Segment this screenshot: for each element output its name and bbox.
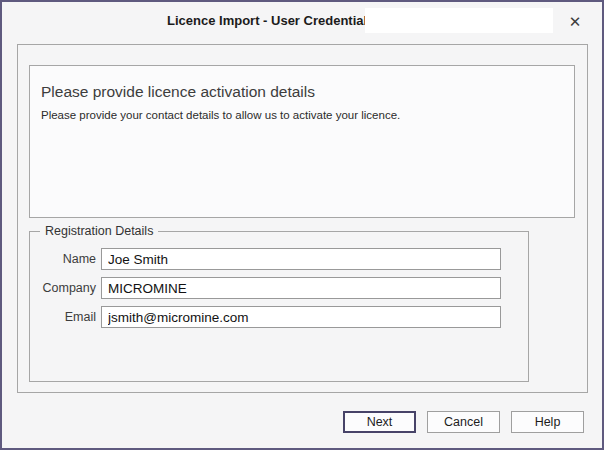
next-button[interactable]: Next — [343, 411, 416, 433]
registration-groupbox: Registration Details Name Company Email — [29, 231, 529, 382]
content-panel: Please provide licence activation detail… — [17, 44, 588, 393]
name-input[interactable] — [101, 248, 501, 270]
field-row-name: Name — [30, 248, 528, 270]
name-label: Name — [30, 252, 96, 266]
cancel-button[interactable]: Cancel — [427, 411, 500, 433]
email-input[interactable] — [101, 306, 501, 328]
button-row: Next Cancel Help — [343, 411, 584, 433]
registration-legend: Registration Details — [40, 224, 158, 239]
field-row-company: Company — [30, 277, 528, 299]
company-label: Company — [30, 281, 96, 295]
field-row-email: Email — [30, 306, 528, 328]
help-button[interactable]: Help — [511, 411, 584, 433]
close-button[interactable]: ✕ — [560, 7, 590, 35]
page-heading: Please provide licence activation detail… — [41, 82, 563, 101]
close-icon: ✕ — [569, 14, 582, 29]
dialog-window: Licence Import - User Credentials ✕ Plea… — [0, 0, 604, 450]
window-title: Licence Import - User Credentials — [167, 13, 374, 29]
header-box: Please provide licence activation detail… — [29, 65, 575, 218]
email-label: Email — [30, 310, 96, 324]
titlebar[interactable]: Licence Import - User Credentials ✕ — [2, 2, 602, 44]
titlebar-blank-area — [365, 8, 553, 33]
company-input[interactable] — [101, 277, 501, 299]
page-subheading: Please provide your contact details to a… — [41, 108, 563, 122]
